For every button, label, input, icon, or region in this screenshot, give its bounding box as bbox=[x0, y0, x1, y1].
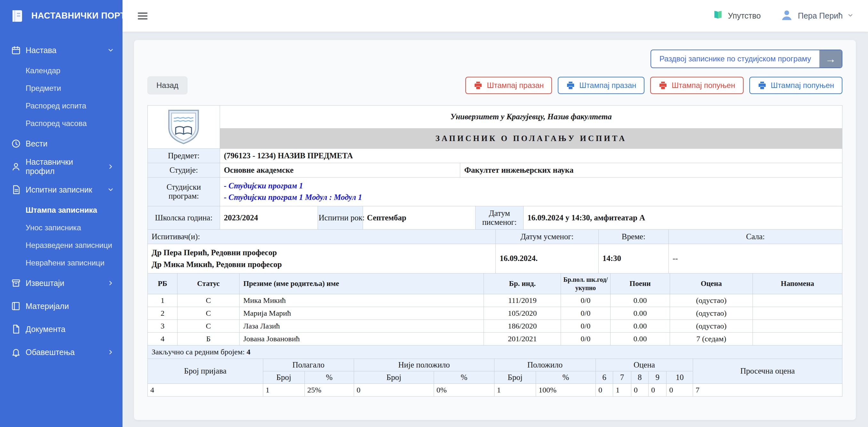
sidebar-item-ispitni-zapisnik[interactable]: Испитни записник bbox=[0, 178, 123, 201]
closing-row: Закључно са редним бројем: 4 bbox=[148, 345, 842, 359]
sidebar-item-materijali[interactable]: Материјали bbox=[0, 295, 123, 317]
sidebar-item-unos-zapisnika[interactable]: Унос записника bbox=[0, 219, 123, 236]
col-header: РБ bbox=[148, 273, 178, 294]
sidebar-item-izvestaji[interactable]: Извештаји bbox=[0, 272, 123, 295]
grade-8-count: 0 bbox=[631, 384, 648, 396]
cell: С bbox=[178, 307, 239, 319]
arrow-right-icon[interactable]: → bbox=[819, 50, 842, 67]
col-header: Бр. инд. bbox=[484, 273, 561, 294]
col-header: Оцена bbox=[670, 273, 752, 294]
sidebar-item-label: Распоред часова bbox=[26, 119, 87, 128]
cell: 186/2020 bbox=[484, 319, 561, 332]
percent-subheader: % bbox=[536, 371, 596, 384]
print-filled-red-button[interactable]: Штампај попуњен bbox=[650, 77, 743, 94]
sidebar-item-predmeti[interactable]: Предмети bbox=[0, 79, 123, 97]
sidebar-item-dokumenta[interactable]: Документа bbox=[0, 317, 123, 341]
cell: 1 bbox=[148, 294, 178, 307]
grade-9-subheader: 9 bbox=[648, 371, 666, 384]
exam-record-document: Универзитет у Крагујевцу, Назив факултет… bbox=[148, 105, 842, 397]
grade-8-subheader: 8 bbox=[631, 371, 648, 384]
sidebar-item-vesti[interactable]: Вести bbox=[0, 132, 123, 155]
count-subheader: Број bbox=[354, 371, 434, 384]
cell: С bbox=[178, 294, 239, 307]
sidebar-item-nerazvedeni-zapisnici[interactable]: Неразведени записници bbox=[0, 236, 123, 254]
sidebar-item-raspored-ispita[interactable]: Распоред испита bbox=[0, 97, 123, 115]
print-icon bbox=[474, 81, 483, 90]
sidebar-item-kalendar[interactable]: Календар bbox=[0, 62, 123, 79]
user-icon bbox=[11, 161, 21, 172]
cell: 7 (седам) bbox=[670, 332, 752, 345]
chevron-down-icon bbox=[107, 186, 114, 193]
cell: (одустао) bbox=[670, 307, 752, 319]
sidebar-item-nastava[interactable]: Настава bbox=[0, 39, 123, 62]
sidebar-item-nastavnicki-profil[interactable]: Наставнички профил bbox=[0, 155, 123, 178]
cell: (одустао) bbox=[670, 294, 752, 307]
print-blank-blue-button[interactable]: Штампај празан bbox=[558, 77, 645, 94]
examiners-table: Испитивач(и): Датум усменог: Време: Сала… bbox=[148, 229, 842, 273]
file-text-icon bbox=[11, 185, 21, 195]
room-value: -- bbox=[669, 244, 842, 273]
took-percent-value: 25% bbox=[305, 384, 354, 396]
sidebar-item-raspored-casova[interactable]: Распоред часова bbox=[0, 115, 123, 132]
actions-row: Назад Штампај празан Штампај празан Ш bbox=[148, 77, 842, 94]
print-blank-red-button[interactable]: Штампај празан bbox=[465, 77, 552, 94]
cell: Лаза Лазић bbox=[239, 319, 484, 332]
sidebar-item-label: Неразведени записници bbox=[26, 241, 112, 250]
failed-percent-value: 0% bbox=[434, 384, 494, 396]
sidebar-item-label: Предмети bbox=[26, 84, 61, 93]
split-records-label: Раздвој записнике по студијском програму bbox=[651, 50, 819, 67]
room-label: Сала: bbox=[669, 229, 842, 244]
sidebar-item-label: Настава bbox=[26, 46, 56, 55]
sidebar-item-label: Распоред испита bbox=[26, 101, 86, 110]
chevron-right-icon bbox=[107, 163, 114, 170]
print-filled-blue-button[interactable]: Штампај попуњен bbox=[749, 77, 842, 94]
program-link[interactable]: - Студијски програм 1 bbox=[224, 180, 838, 191]
user-menu[interactable]: Пера Перић bbox=[780, 8, 854, 24]
time-label: Време: bbox=[598, 229, 669, 244]
help-link[interactable]: Упутство bbox=[713, 9, 761, 22]
grade-7-subheader: 7 bbox=[613, 371, 631, 384]
file-icon bbox=[11, 324, 21, 334]
grade-header: Оцена bbox=[595, 359, 693, 371]
grade-7-count: 1 bbox=[613, 384, 631, 396]
help-label: Упутство bbox=[728, 11, 761, 21]
grade-10-count: 0 bbox=[666, 384, 693, 396]
summary-header-row: Број пријава Полагало Није положило Поло… bbox=[148, 359, 842, 371]
sidebar-header: НАСТАВНИЧКИ ПОРТАЛ bbox=[0, 0, 123, 32]
cell bbox=[752, 307, 842, 319]
col-header: Статус bbox=[178, 273, 239, 294]
applications-value: 4 bbox=[148, 384, 263, 396]
col-header: Бр.пол. шк.год/ укупно bbox=[561, 273, 610, 294]
button-label: Штампај празан bbox=[579, 81, 636, 90]
university-name: Универзитет у Крагујевцу, Назив факултет… bbox=[220, 105, 842, 129]
subject-value: (796123 - 1234) НАЗИВ ПРЕДМЕТА bbox=[220, 149, 842, 163]
sidebar-item-label: Вести bbox=[26, 139, 48, 148]
sidebar-item-obavestenja[interactable]: Обавештења bbox=[0, 341, 123, 364]
back-button[interactable]: Назад bbox=[148, 77, 187, 94]
program-label: Студијски програм: bbox=[148, 178, 220, 206]
sidebar-item-nevraceni-zapisnici[interactable]: Невраћени записници bbox=[0, 254, 123, 272]
passed-header: Положило bbox=[494, 359, 595, 371]
app-title: НАСТАВНИЧКИ ПОРТАЛ bbox=[31, 11, 138, 21]
university-logo bbox=[166, 108, 201, 146]
count-subheader: Број bbox=[263, 371, 305, 384]
school-year-row: Школска година: 2023/2024 Испитни рок: С… bbox=[148, 206, 842, 230]
faculty-value: Факултет инжењерских наука bbox=[460, 163, 842, 178]
content: Раздвој записнике по студијском програму… bbox=[123, 32, 868, 427]
app-root: НАСТАВНИЧКИ ПОРТАЛ Настава Календар Пред… bbox=[0, 0, 868, 427]
school-year-value: 2023/2024 bbox=[220, 206, 318, 229]
user-avatar-icon bbox=[780, 8, 794, 24]
cell bbox=[752, 319, 842, 332]
button-label: Штампај празан bbox=[487, 81, 544, 90]
menu-icon[interactable] bbox=[137, 10, 148, 22]
average-header: Просечна оцена bbox=[693, 359, 842, 384]
sidebar-item-stampa-zapisnika[interactable]: Штампа записника bbox=[0, 201, 123, 219]
sidebar-item-label: Обавештења bbox=[26, 348, 74, 357]
closing-note: Закључно са редним бројем: 4 bbox=[148, 345, 842, 359]
split-records-button[interactable]: Раздвој записнике по студијском програму… bbox=[651, 50, 842, 68]
student-row: 2 С Марија Марић 105/2020 0/0 0.00 (одус… bbox=[148, 307, 842, 319]
program-link[interactable]: - Студијски програм 1 Модул : Модул 1 bbox=[224, 191, 838, 203]
cell: С bbox=[178, 319, 239, 332]
sidebar-item-label: Невраћени записници bbox=[26, 258, 104, 267]
cell: Марија Марић bbox=[239, 307, 484, 319]
